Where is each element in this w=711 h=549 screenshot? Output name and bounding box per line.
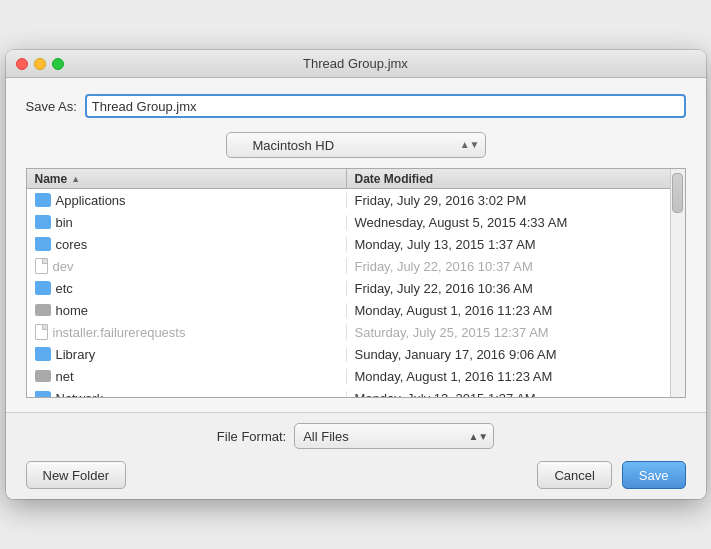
table-row[interactable]: bin Wednesday, August 5, 2015 4:33 AM [27,211,670,233]
file-name-cell: home [27,303,347,318]
scrollbar-track[interactable] [670,169,685,397]
file-date: Friday, July 29, 2016 3:02 PM [355,193,527,208]
col-name-header: Name ▲ [27,169,347,188]
file-date: Monday, July 13, 2015 1:37 AM [355,391,536,398]
file-date-cell: Monday, August 1, 2016 11:23 AM [347,303,670,318]
file-date: Saturday, July 25, 2015 12:37 AM [355,325,549,340]
file-name-cell: installer.failurerequests [27,324,347,340]
file-name-cell: cores [27,237,347,252]
button-row: New Folder Cancel Save [26,461,686,489]
table-row[interactable]: Applications Friday, July 29, 2016 3:02 … [27,189,670,211]
minimize-button[interactable] [34,58,46,70]
file-date: Monday, August 1, 2016 11:23 AM [355,369,553,384]
close-button[interactable] [16,58,28,70]
scrollbar-thumb[interactable] [672,173,683,213]
file-list-body: Applications Friday, July 29, 2016 3:02 … [27,189,670,397]
save-as-input[interactable] [85,94,686,118]
save-button[interactable]: Save [622,461,686,489]
folder-icon [35,193,51,207]
file-date: Wednesday, August 5, 2015 4:33 AM [355,215,568,230]
bottom-area: File Format: All Files ▲▼ New Folder Can… [6,412,706,499]
folder-icon [35,215,51,229]
file-name-cell: net [27,369,347,384]
file-name-cell: bin [27,215,347,230]
drive-icon [35,304,51,316]
file-date-cell: Sunday, January 17, 2016 9:06 AM [347,347,670,362]
file-format-row: File Format: All Files ▲▼ [26,423,686,449]
file-name: dev [53,259,74,274]
file-list-container: Name ▲ Date Modified Applications Friday… [26,168,686,398]
file-name: installer.failurerequests [53,325,186,340]
table-row[interactable]: cores Monday, July 13, 2015 1:37 AM [27,233,670,255]
location-dropdown-row: Macintosh HD ▲▼ [26,132,686,158]
file-list-scroll: Name ▲ Date Modified Applications Friday… [27,169,670,397]
table-row[interactable]: home Monday, August 1, 2016 11:23 AM [27,299,670,321]
table-row[interactable]: etc Friday, July 22, 2016 10:36 AM [27,277,670,299]
location-dropdown-wrapper: Macintosh HD ▲▼ [226,132,486,158]
table-row[interactable]: Library Sunday, January 17, 2016 9:06 AM [27,343,670,365]
maximize-button[interactable] [52,58,64,70]
drive-icon [35,370,51,382]
file-name-cell: dev [27,258,347,274]
table-row[interactable]: net Monday, August 1, 2016 11:23 AM [27,365,670,387]
folder-icon [35,391,51,397]
file-name-cell: Applications [27,193,347,208]
file-format-select[interactable]: All Files [294,423,494,449]
file-name-cell: etc [27,281,347,296]
file-date-cell: Wednesday, August 5, 2015 4:33 AM [347,215,670,230]
file-date-cell: Friday, July 22, 2016 10:36 AM [347,281,670,296]
file-date-cell: Monday, August 1, 2016 11:23 AM [347,369,670,384]
file-name-cell: Network [27,391,347,398]
file-date: Friday, July 22, 2016 10:36 AM [355,281,533,296]
folder-icon [35,281,51,295]
dialog-content: Save As: Macintosh HD ▲▼ Name ▲ Date Mod… [6,78,706,412]
file-name: bin [56,215,73,230]
file-name: Library [56,347,96,362]
folder-icon [35,237,51,251]
file-name: Network [56,391,104,398]
window-title: Thread Group.jmx [303,56,408,71]
table-row: dev Friday, July 22, 2016 10:37 AM [27,255,670,277]
traffic-lights [16,58,64,70]
folder-icon [35,347,51,361]
cancel-button[interactable]: Cancel [537,461,611,489]
file-name-cell: Library [27,347,347,362]
save-as-label: Save As: [26,99,77,114]
right-button-group: Cancel Save [537,461,685,489]
file-date-cell: Monday, July 13, 2015 1:37 AM [347,391,670,398]
table-row[interactable]: Network Monday, July 13, 2015 1:37 AM [27,387,670,397]
file-icon [35,258,48,274]
file-date-cell: Monday, July 13, 2015 1:37 AM [347,237,670,252]
file-date: Friday, July 22, 2016 10:37 AM [355,259,533,274]
file-date-cell: Friday, July 29, 2016 3:02 PM [347,193,670,208]
file-format-wrapper: All Files ▲▼ [294,423,494,449]
table-row: installer.failurerequests Saturday, July… [27,321,670,343]
new-folder-button[interactable]: New Folder [26,461,126,489]
file-name: home [56,303,89,318]
save-as-row: Save As: [26,94,686,118]
file-name: Applications [56,193,126,208]
location-select[interactable]: Macintosh HD [226,132,486,158]
file-date: Sunday, January 17, 2016 9:06 AM [355,347,557,362]
file-date-cell: Friday, July 22, 2016 10:37 AM [347,259,670,274]
sort-arrow-icon: ▲ [71,174,80,184]
file-name: net [56,369,74,384]
file-list-header: Name ▲ Date Modified [27,169,670,189]
file-format-label: File Format: [217,429,286,444]
col-date-header: Date Modified [347,169,670,188]
file-icon [35,324,48,340]
file-date: Monday, July 13, 2015 1:37 AM [355,237,536,252]
title-bar: Thread Group.jmx [6,50,706,78]
file-date-cell: Saturday, July 25, 2015 12:37 AM [347,325,670,340]
save-dialog-window: Thread Group.jmx Save As: Macintosh HD ▲… [6,50,706,499]
file-name: cores [56,237,88,252]
file-name: etc [56,281,73,296]
file-date: Monday, August 1, 2016 11:23 AM [355,303,553,318]
